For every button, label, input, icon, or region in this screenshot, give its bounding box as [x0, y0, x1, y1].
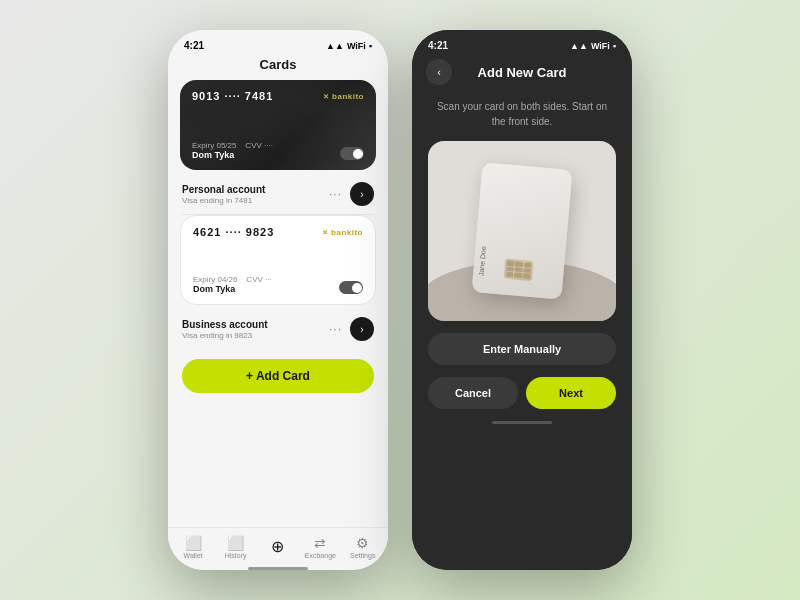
bottom-nav: ⬜ Wallet ⬜ History ⊕ ⇄ Exchange ⚙ Settin…	[168, 527, 388, 563]
add-card-title: Add New Card	[478, 65, 567, 80]
card-widget-1[interactable]: 9013 ···· 7481 bankito Expiry 05/25 CVV …	[180, 80, 376, 170]
account-info-2: Business account Visa ending in 9823	[182, 319, 329, 340]
account-actions-2: ··· ›	[329, 317, 374, 341]
cards-title: Cards	[168, 55, 388, 80]
home-indicator-right	[492, 421, 552, 424]
cards-phone: 4:21 ▲▲ WiFi ▪ Cards 9013 ···· 7481 bank…	[168, 30, 388, 570]
arrow-btn-2[interactable]: ›	[350, 317, 374, 341]
add-card-subtitle: Scan your card on both sides. Start on t…	[412, 95, 632, 141]
add-card-footer: Cancel Next	[412, 373, 632, 417]
wallet-icon: ⬜	[185, 536, 202, 550]
cancel-button[interactable]: Cancel	[428, 377, 518, 409]
account-row-1[interactable]: Personal account Visa ending in 7481 ···…	[168, 174, 388, 214]
nav-item-add[interactable]: ⊕	[259, 539, 297, 557]
account-label-2: Business account	[182, 319, 329, 330]
nav-item-wallet[interactable]: ⬜ Wallet	[174, 536, 212, 559]
card-number-2: 4621 ···· 9823	[193, 226, 274, 238]
card-inner-2: 4621 ···· 9823 bankito Expiry 04/26 CVV …	[181, 216, 375, 304]
add-card-screen: 4:21 ▲▲ WiFi ▪ ‹ Add New Card Scan your …	[412, 30, 632, 570]
mock-card: Jane Doe	[472, 162, 573, 299]
account-actions-1: ··· ›	[329, 182, 374, 206]
dots-icon-2[interactable]: ···	[329, 322, 342, 336]
card-footer-2: Expiry 04/26 CVV ··· Dom Tyka	[193, 275, 363, 294]
status-icons-right: ▲▲ WiFi ▪	[570, 41, 616, 51]
nav-item-history[interactable]: ⬜ History	[217, 536, 255, 559]
account-sub-2: Visa ending in 9823	[182, 331, 329, 340]
time-left: 4:21	[184, 40, 204, 51]
mock-card-name: Jane Doe	[477, 246, 487, 276]
arrow-btn-1[interactable]: ›	[350, 182, 374, 206]
nav-item-exchange[interactable]: ⇄ Exchange	[301, 536, 339, 559]
card-header-2: 4621 ···· 9823 bankito	[193, 226, 363, 238]
status-icons-left: ▲▲ WiFi ▪	[326, 41, 372, 51]
chip-icon	[504, 259, 534, 281]
add-card-button[interactable]: Add Card	[182, 359, 374, 393]
next-button[interactable]: Next	[526, 377, 616, 409]
add-card-phone: 4:21 ▲▲ WiFi ▪ ‹ Add New Card Scan your …	[412, 30, 632, 570]
exchange-icon: ⇄	[314, 536, 326, 550]
card-logo-2: bankito	[322, 228, 363, 237]
cards-screen: 4:21 ▲▲ WiFi ▪ Cards 9013 ···· 7481 bank…	[168, 30, 388, 570]
account-info-1: Personal account Visa ending in 7481	[182, 184, 329, 205]
settings-icon: ⚙	[356, 536, 369, 550]
account-label-1: Personal account	[182, 184, 329, 195]
history-icon: ⬜	[227, 536, 244, 550]
card-toggle-2[interactable]	[339, 281, 363, 294]
status-bar-right: 4:21 ▲▲ WiFi ▪	[412, 30, 632, 55]
card-toggle-1[interactable]	[340, 147, 364, 160]
dots-icon-1[interactable]: ···	[329, 187, 342, 201]
add-icon: ⊕	[271, 539, 284, 555]
enter-manually-button[interactable]: Enter Manually	[428, 333, 616, 365]
card-scan-area: Jane Doe	[428, 141, 616, 321]
card-widget-2[interactable]: 4621 ···· 9823 bankito Expiry 04/26 CVV …	[180, 215, 376, 305]
account-sub-1: Visa ending in 7481	[182, 196, 329, 205]
status-bar-left: 4:21 ▲▲ WiFi ▪	[168, 30, 388, 55]
back-button[interactable]: ‹	[426, 59, 452, 85]
account-row-2[interactable]: Business account Visa ending in 9823 ···…	[168, 309, 388, 349]
nav-item-settings[interactable]: ⚙ Settings	[344, 536, 382, 559]
add-card-header: ‹ Add New Card	[412, 55, 632, 95]
home-indicator-left	[248, 567, 308, 570]
time-right: 4:21	[428, 40, 448, 51]
card-expiry-2: Expiry 04/26 CVV ···	[193, 275, 272, 284]
card-name-2: Dom Tyka	[193, 284, 272, 294]
